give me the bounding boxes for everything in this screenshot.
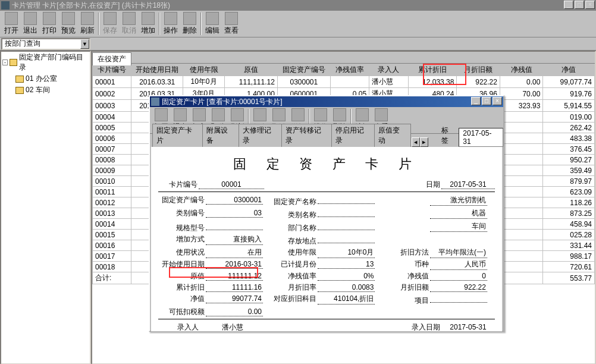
dialog-tab[interactable]: 固定资产卡片 [152,124,203,147]
dialog-tab[interactable]: 原值变动 [374,124,410,147]
dialog-tab[interactable]: 大修理记录 [239,124,282,147]
grid-cell [330,76,369,88]
entry-by-label: 录入人 [158,322,199,331]
dialog-titlebar: 固定资产卡片 [查看卡片:00001号卡片] _ □ × [150,96,503,107]
field-value: 在用 [206,247,263,258]
dialog-tab[interactable]: 附属设备 [202,124,239,147]
dialog-tab[interactable]: 资产转移记录 [281,124,332,147]
grid-cell: 376.45 [543,144,595,155]
grid-header-cell[interactable]: 月折旧额 [457,64,500,76]
toolbar-icon [123,12,136,25]
grid-header-cell[interactable]: 净值 [543,64,595,76]
grid-cell [500,262,542,272]
toolbar-编辑-button[interactable]: 编辑 [203,12,222,36]
field-value: 922.22 [430,283,487,292]
field-label: 对应折旧科目 [270,294,316,304]
toolbar-打印-button[interactable]: 打印 [40,12,59,36]
field-value: 03 [206,209,263,218]
maximize-button[interactable]: □ [575,1,584,9]
toolbar-label: 打印 [42,26,57,36]
minimize-button[interactable]: _ [564,1,573,9]
grid-header-cell[interactable]: 卡片编号 [93,64,131,76]
toolbar-刷新-button[interactable]: 刷新 [78,12,97,36]
grid-cell: 00009 [93,165,131,176]
grid-cell [500,197,542,208]
field-label: 项目 [382,296,429,306]
field-value: 直接购入 [206,234,263,245]
toolbar-打开-button[interactable]: 打开 [2,12,21,36]
toolbar-label: 增加 [141,26,155,36]
filter-row: 按部门查询 ▼ [0,37,596,51]
grid-cell: 00016 [93,240,131,251]
chevron-down-icon[interactable]: ▼ [80,39,89,49]
field-value: 10年0月 [318,247,375,258]
dialog-close-button[interactable]: × [493,97,502,105]
toolbar-icon [333,108,346,121]
field-value [318,195,375,204]
dialog-tab[interactable]: 停启用记录 [331,124,375,147]
grid-header-cell[interactable]: 录入人 [369,64,408,76]
grid-cell [500,251,542,262]
grid-cell [500,230,542,240]
toolbar-icon [103,12,117,25]
tag-label: 标签 [439,124,458,147]
toolbar-icon [43,12,56,25]
grid-header-cell[interactable]: 使用年限 [183,64,224,76]
tree-child-1[interactable]: 01 办公室 [1,73,90,84]
main-title-text: 卡片管理 卡片[全部卡片,在役资产] (共计卡片18张) [12,1,170,10]
tree-child-2[interactable]: 02 车间 [1,84,90,96]
grid-header-cell[interactable]: 累计折旧 [408,64,457,76]
field-value [318,208,375,217]
toolbar-查看-button[interactable]: 查看 [222,12,241,36]
grid-header-cell[interactable]: 净残值率 [330,64,369,76]
field-label: 可抵扣税额 [158,307,205,317]
grid-header-cell[interactable]: 固定资产编号 [277,64,330,76]
toolbar-icon [164,12,177,25]
grid-cell: 00004 [93,112,131,123]
main-wincontrols: _ □ × [564,1,595,9]
grid-tab-active[interactable]: 在役资产 [92,52,131,65]
card-body: 固 定 资 产 卡 片 卡片编号 00001 日期 2017-05-31 固定资… [151,147,502,331]
toolbar-icon [193,108,206,121]
tab-left-button[interactable]: ◄ [412,137,420,147]
toolbar-退出-button[interactable]: 退出 [21,12,40,36]
dialog-maximize-button[interactable]: □ [482,97,491,105]
grid-cell: 70.00 [500,88,542,100]
grid-header-cell[interactable]: 开始使用日期 [131,64,183,76]
toolbar-删除-button[interactable]: 删除 [180,12,199,36]
field-label: 币种 [382,259,429,269]
filter-combo-text: 按部门查询 [2,39,43,49]
tag-date-field[interactable]: 2017-05-31 [459,128,503,147]
toolbar-增加-button[interactable]: 增加 [139,12,158,36]
grid-cell: 950.27 [543,155,595,165]
toolbar-预览-button[interactable]: 预览 [59,12,78,36]
close-button[interactable]: × [585,1,595,9]
grid-tabstrip: 在役资产 [92,52,595,64]
field-value: 人民币 [430,259,487,270]
field-value: 0300001 [206,196,263,205]
toolbar-icon [24,12,37,25]
field-label: 折旧方法 [382,247,429,258]
tree-root[interactable]: - 固定资产部门编码目录 [1,52,90,73]
field-label: 净残值率 [270,271,316,281]
dialog-minimize-button[interactable]: _ [471,97,481,105]
collapse-icon[interactable]: - [2,59,8,65]
grid-cell: 331.44 [543,240,595,251]
grid-header-cell[interactable]: 原值 [225,64,278,76]
grid-cell: 0.00 [500,76,542,88]
filter-combo[interactable]: 按部门查询 ▼ [1,38,90,50]
field-label: 累计折旧 [158,283,205,293]
field-label: 净残值 [382,271,429,281]
toolbar-操作-button[interactable]: 操作 [161,12,180,36]
dialog-icon [151,98,159,106]
grid-cell [500,133,542,144]
grid-cell: 359.49 [543,165,595,176]
folder-icon [15,76,24,83]
grid-cell [500,123,542,133]
dialog-tabstrip: 固定资产卡片 附属设备 大修理记录 资产转移记录 停启用记录 原值变动 ◄ ► … [150,134,503,147]
grid-cell: 0300001 [277,76,330,88]
card-dialog: 固定资产卡片 [查看卡片:00001号卡片] _ □ × 打开退出打印预览刷新保… [149,95,504,332]
tab-right-button[interactable]: ► [420,137,428,147]
grid-header-cell[interactable]: 净残值 [500,64,542,76]
table-row[interactable]: 000012016.03.3110年0月111,111.120300001潘小慧… [93,76,595,88]
